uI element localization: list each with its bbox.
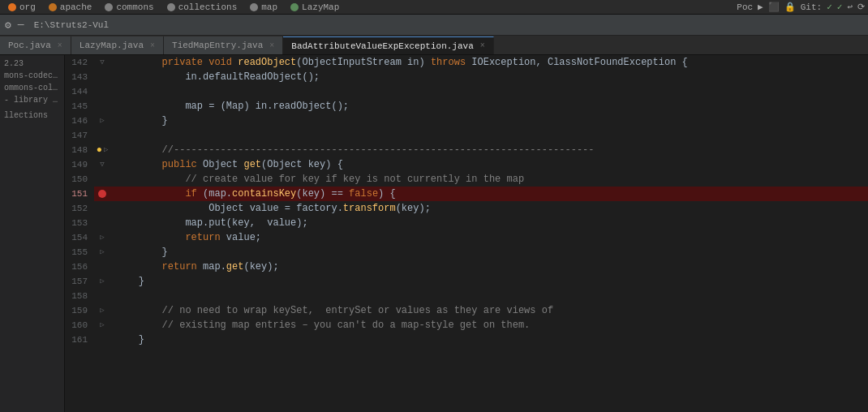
close-lazymap-button[interactable]: × bbox=[150, 41, 155, 50]
code-line-157: 157 ▷ } bbox=[65, 274, 868, 289]
poc-java-label: Poc.java bbox=[8, 41, 51, 50]
minimize-icon[interactable]: — bbox=[18, 19, 24, 31]
line-code-159: // no need to wrap keySet, entrySet or v… bbox=[110, 303, 868, 318]
line-gutter-144 bbox=[94, 84, 110, 99]
close-poc-button[interactable]: × bbox=[58, 41, 62, 50]
line-gutter-148: ● ▷ bbox=[94, 143, 110, 157]
line-gutter-159: ▷ bbox=[94, 303, 110, 318]
fold-icon-148[interactable]: ▷ bbox=[104, 143, 108, 157]
run-icon[interactable]: ▶ bbox=[758, 2, 763, 12]
commons-icon bbox=[105, 3, 113, 11]
code-line-151: 151 if (map.containsKey(key) == false) { bbox=[65, 187, 868, 201]
code-line-150: 150 // create value for key if key is no… bbox=[65, 172, 868, 187]
line-gutter-155: ▷ bbox=[94, 245, 110, 260]
browser-tab-apache[interactable]: apache bbox=[44, 2, 97, 13]
line-gutter-156 bbox=[94, 260, 110, 274]
code-line-149: 149 ▽ public Object get(Object key) { bbox=[65, 157, 868, 172]
line-code-144 bbox=[110, 84, 868, 99]
file-tab-poc[interactable]: Poc.java × bbox=[0, 36, 71, 54]
sidebar-item-1: 2.23 bbox=[2, 58, 62, 69]
line-num-144: 144 bbox=[65, 84, 94, 99]
browser-tab-map-label: map bbox=[261, 2, 277, 12]
code-area: 142 ▽ private void readObject(ObjectInpu… bbox=[65, 55, 868, 412]
top-right-controls: Poc ▶ ⬛ 🔒 Git: ✓ ✓ ↩ ⟳ bbox=[737, 2, 865, 12]
line-num-148: 148 bbox=[65, 143, 94, 157]
line-num-149: 149 bbox=[65, 157, 94, 172]
line-num-151: 151 bbox=[65, 187, 94, 201]
line-code-148: //--------------------------------------… bbox=[110, 143, 868, 157]
git-check2-icon[interactable]: ✓ bbox=[837, 2, 843, 12]
close-badattribute-button[interactable]: × bbox=[480, 41, 485, 50]
file-tab-badattribute[interactable]: BadAttributeValueExpException.java × bbox=[283, 36, 493, 54]
fold-icon-157[interactable]: ▷ bbox=[100, 274, 104, 289]
fold-icon-159[interactable]: ▷ bbox=[100, 303, 104, 318]
sidebar-item-5 bbox=[2, 107, 62, 109]
file-tab-tiedmapentry[interactable]: TiedMapEntry.java × bbox=[164, 36, 283, 54]
git-check1-icon[interactable]: ✓ bbox=[827, 2, 832, 12]
code-editor[interactable]: 142 ▽ private void readObject(ObjectInpu… bbox=[65, 55, 868, 412]
undo-icon[interactable]: ↩ bbox=[847, 2, 853, 12]
badattribute-java-label: BadAttributeValueExpException.java bbox=[291, 41, 473, 51]
line-num-154: 154 bbox=[65, 230, 94, 245]
sidebar-item-3: ommons-colle bbox=[2, 83, 62, 93]
line-gutter-143 bbox=[94, 70, 110, 84]
breakpoint-151[interactable] bbox=[98, 190, 106, 198]
line-code-153: map.put(key, value); bbox=[110, 216, 868, 230]
browser-tab-commons-label: commons bbox=[116, 2, 153, 12]
browser-tab-collections[interactable]: collections bbox=[162, 2, 243, 13]
main-area: 2.23 mons-codec:1.9 ommons-colle - libra… bbox=[0, 55, 868, 412]
line-num-150: 150 bbox=[65, 172, 94, 187]
code-line-152: 152 Object value = factory.transform(key… bbox=[65, 201, 868, 216]
code-line-143: 143 in.defaultReadObject(); bbox=[65, 70, 868, 84]
line-code-147 bbox=[110, 128, 868, 143]
browser-tab-lazymap-label: LazyMap bbox=[302, 2, 339, 12]
fold-icon-142[interactable]: ▽ bbox=[100, 55, 104, 70]
exec-arrow-148: ● bbox=[97, 143, 102, 157]
apache-icon bbox=[49, 3, 57, 11]
fold-icon-155[interactable]: ▷ bbox=[100, 245, 104, 260]
line-num-157: 157 bbox=[65, 274, 94, 289]
line-num-142: 142 bbox=[65, 55, 94, 70]
tiedmapentry-java-label: TiedMapEntry.java bbox=[172, 41, 263, 50]
settings-icon[interactable]: ⚙ bbox=[5, 19, 11, 32]
file-tab-lazymap[interactable]: LazyMap.java × bbox=[71, 36, 164, 54]
refresh-icon[interactable]: ⟳ bbox=[857, 2, 865, 12]
line-gutter-147 bbox=[94, 128, 110, 143]
project-path: E:\Struts2-Vul bbox=[34, 20, 109, 30]
line-code-161: } bbox=[110, 333, 868, 347]
fold-icon-149[interactable]: ▽ bbox=[100, 157, 104, 172]
close-tiedmapentry-button[interactable]: × bbox=[269, 41, 274, 50]
fold-icon-154[interactable]: ▷ bbox=[100, 230, 104, 245]
lazymap-java-label: LazyMap.java bbox=[79, 41, 144, 50]
browser-tab-lazymap[interactable]: LazyMap bbox=[286, 2, 344, 13]
debug-icon[interactable]: ⬛ bbox=[768, 2, 780, 12]
line-num-161: 161 bbox=[65, 333, 94, 347]
code-line-153: 153 map.put(key, value); bbox=[65, 216, 868, 230]
line-num-153: 153 bbox=[65, 216, 94, 230]
fold-icon-146[interactable]: ▷ bbox=[100, 114, 104, 128]
line-gutter-151 bbox=[94, 187, 110, 201]
line-code-149: public Object get(Object key) { bbox=[110, 157, 868, 172]
lock-icon[interactable]: 🔒 bbox=[784, 2, 796, 12]
line-num-143: 143 bbox=[65, 70, 94, 84]
fold-icon-160[interactable]: ▷ bbox=[100, 318, 104, 333]
line-code-150: // create value for key if key is not cu… bbox=[110, 172, 868, 187]
browser-tab-org-label: org bbox=[19, 2, 36, 12]
browser-tab-apache-label: apache bbox=[60, 2, 92, 12]
code-line-156: 156 return map.get(key); bbox=[65, 260, 868, 274]
poc-label: Poc bbox=[737, 2, 753, 12]
code-line-158: 158 bbox=[65, 289, 868, 303]
code-line-161: 161 } bbox=[65, 333, 868, 347]
line-code-157: } bbox=[110, 274, 868, 289]
sidebar-item-2: mons-codec:1.9 bbox=[2, 71, 62, 81]
line-gutter-154: ▷ bbox=[94, 230, 110, 245]
browser-tab-commons[interactable]: commons bbox=[100, 2, 158, 13]
code-line-145: 145 map = (Map) in.readObject(); bbox=[65, 99, 868, 114]
browser-tab-map[interactable]: map bbox=[245, 2, 282, 13]
browser-tab-org[interactable]: org bbox=[3, 2, 41, 13]
sidebar-item-6: llections bbox=[2, 110, 62, 121]
line-code-154: return value; bbox=[110, 230, 868, 245]
git-label: Git: bbox=[801, 2, 822, 12]
line-gutter-142: ▽ bbox=[94, 55, 110, 70]
line-gutter-145 bbox=[94, 99, 110, 114]
